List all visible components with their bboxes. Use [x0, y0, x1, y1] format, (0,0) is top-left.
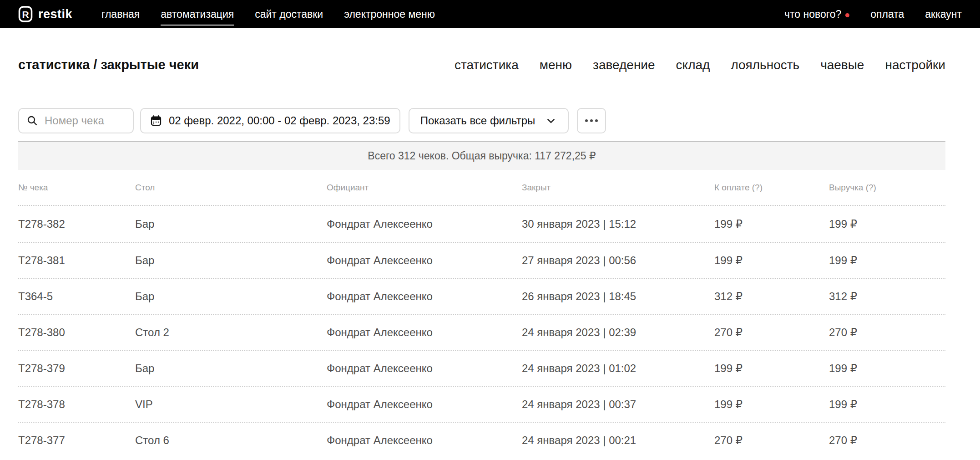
subnav-item[interactable]: статистика [455, 58, 519, 72]
filters-row: 02 февр. 2022, 00:00 - 02 февр. 2023, 23… [18, 108, 945, 133]
show-all-filters-button[interactable]: Показать все фильтры [409, 108, 569, 133]
restik-logo[interactable]: R restik [18, 5, 72, 23]
svg-text:R: R [22, 9, 29, 20]
calendar-icon [150, 115, 162, 127]
cell-revenue: 270 ₽ [829, 434, 945, 447]
cell-number: T278-379 [18, 362, 135, 375]
topbar-right: что нового? оплата аккаунт [784, 8, 962, 20]
cell-to_pay: 312 ₽ [714, 290, 829, 303]
page-title: статистика / закрытые чеки [18, 57, 199, 72]
account-link[interactable]: аккаунт [925, 8, 962, 20]
ellipsis-icon [585, 119, 598, 122]
cell-revenue: 199 ₽ [829, 398, 945, 411]
check-number-search[interactable] [18, 108, 134, 133]
cell-revenue: 199 ₽ [829, 254, 945, 267]
subnav-item[interactable]: чаевые [820, 58, 864, 72]
whats-new-label: что нового? [784, 8, 841, 20]
cell-revenue: 270 ₽ [829, 326, 945, 339]
search-input[interactable] [44, 114, 126, 128]
column-header: Выручка (?) [829, 183, 945, 193]
table-row[interactable]: T278-377Стол 6Фондрат Алексеенко24 январ… [18, 422, 945, 458]
red-dot [845, 13, 849, 17]
table-row[interactable]: T278-380Стол 2Фондрат Алексеенко24 январ… [18, 314, 945, 350]
cell-closed: 27 января 2023 | 00:56 [522, 254, 714, 267]
more-filters-button[interactable] [577, 108, 606, 133]
column-header: № чека [18, 183, 135, 193]
subnav-item[interactable]: заведение [593, 58, 655, 72]
show-all-filters-label: Показать все фильтры [420, 114, 535, 127]
cell-to_pay: 270 ₽ [714, 326, 829, 339]
cell-table: VIP [135, 398, 327, 411]
cell-to_pay: 270 ₽ [714, 434, 829, 447]
cell-waiter: Фондрат Алексеенко [327, 362, 522, 375]
section-nav: статистикаменюзаведениескладлояльностьча… [455, 58, 945, 72]
subnav-item[interactable]: меню [540, 58, 572, 72]
cell-table: Стол 6 [135, 434, 327, 447]
cell-to_pay: 199 ₽ [714, 254, 829, 267]
cell-closed: 24 января 2023 | 00:37 [522, 398, 714, 411]
cell-to_pay: 199 ₽ [714, 362, 829, 375]
top-bar: R restik главнаяавтоматизациясайт достав… [0, 0, 980, 28]
cell-table: Стол 2 [135, 326, 327, 339]
primary-nav: главнаяавтоматизациясайт доставкиэлектро… [101, 8, 435, 20]
cell-to_pay: 199 ₽ [714, 398, 829, 411]
whats-new-link[interactable]: что нового? [784, 8, 849, 20]
cell-number: T278-377 [18, 434, 135, 447]
column-header: К оплате (?) [714, 183, 829, 193]
payment-link[interactable]: оплата [870, 8, 904, 20]
restik-logo-icon: R [18, 5, 33, 23]
cell-waiter: Фондрат Алексеенко [327, 398, 522, 411]
topnav-item[interactable]: электронное меню [344, 8, 435, 20]
topnav-item[interactable]: автоматизация [161, 8, 234, 20]
cell-number: T364-5 [18, 290, 135, 303]
cell-table: Бар [135, 290, 327, 303]
cell-waiter: Фондрат Алексеенко [327, 254, 522, 267]
cell-waiter: Фондрат Алексеенко [327, 326, 522, 339]
search-icon [26, 115, 38, 127]
cell-revenue: 312 ₽ [829, 290, 945, 303]
column-header: Официант [327, 183, 522, 193]
date-range-picker[interactable]: 02 февр. 2022, 00:00 - 02 февр. 2023, 23… [140, 108, 400, 133]
subnav-item[interactable]: склад [676, 58, 710, 72]
summary-text: Всего 312 чеков. Общая выручка: 117 272,… [368, 150, 596, 162]
column-header: Закрыт [522, 183, 714, 193]
cell-number: T278-380 [18, 326, 135, 339]
column-header: Стол [135, 183, 327, 193]
cell-closed: 30 января 2023 | 15:12 [522, 218, 714, 230]
cell-table: Бар [135, 362, 327, 375]
cell-number: T278-381 [18, 254, 135, 267]
table-body: T278-382БарФондрат Алексеенко30 января 2… [18, 206, 945, 458]
subnav-item[interactable]: лояльность [731, 58, 799, 72]
cell-waiter: Фондрат Алексеенко [327, 434, 522, 447]
table-row[interactable]: T278-379БарФондрат Алексеенко24 января 2… [18, 350, 945, 386]
table-row[interactable]: T364-5БарФондрат Алексеенко26 января 202… [18, 278, 945, 314]
table-row[interactable]: T278-378VIPФондрат Алексеенко24 января 2… [18, 386, 945, 422]
topnav-item[interactable]: сайт доставки [255, 8, 323, 20]
topnav-item[interactable]: главная [101, 8, 140, 20]
cell-revenue: 199 ₽ [829, 362, 945, 375]
cell-revenue: 199 ₽ [829, 218, 945, 230]
cell-to_pay: 199 ₽ [714, 218, 829, 230]
cell-closed: 24 января 2023 | 02:39 [522, 326, 714, 339]
table-row[interactable]: T278-382БарФондрат Алексеенко30 января 2… [18, 206, 945, 242]
brand-name: restik [38, 7, 72, 21]
cell-number: T278-382 [18, 218, 135, 230]
table-row[interactable]: T278-381БарФондрат Алексеенко27 января 2… [18, 242, 945, 278]
page-header: статистика / закрытые чеки статистикамен… [18, 57, 945, 72]
cell-waiter: Фондрат Алексеенко [327, 290, 522, 303]
cell-waiter: Фондрат Алексеенко [327, 218, 522, 230]
cell-closed: 26 января 2023 | 18:45 [522, 290, 714, 303]
chevron-down-icon [545, 115, 557, 127]
checks-table: № чекаСтолОфициантЗакрытК оплате (?)Выру… [18, 170, 945, 458]
date-range-value: 02 февр. 2022, 00:00 - 02 февр. 2023, 23… [169, 114, 390, 127]
summary-bar: Всего 312 чеков. Общая выручка: 117 272,… [18, 141, 945, 170]
subnav-item[interactable]: настройки [885, 58, 945, 72]
cell-closed: 24 января 2023 | 00:21 [522, 434, 714, 447]
table-header-row: № чекаСтолОфициантЗакрытК оплате (?)Выру… [18, 170, 945, 206]
cell-table: Бар [135, 254, 327, 267]
cell-closed: 24 января 2023 | 01:02 [522, 362, 714, 375]
cell-number: T278-378 [18, 398, 135, 411]
cell-table: Бар [135, 218, 327, 230]
